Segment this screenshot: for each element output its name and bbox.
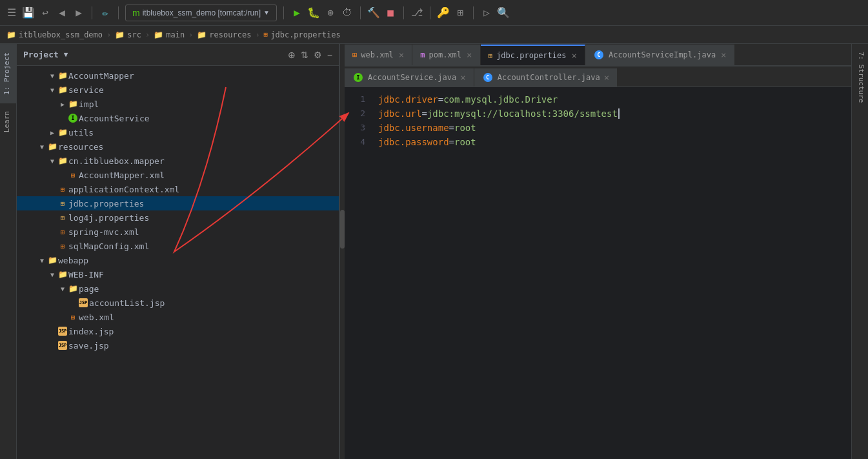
tab2-close-button[interactable]: ×	[604, 72, 609, 83]
tree-arrow: ▼	[37, 257, 46, 264]
separator	[118, 6, 119, 19]
tab-label: jdbc.properties	[496, 51, 566, 60]
java-class-tab-icon: C	[593, 50, 605, 59]
props-file-icon: ⊞	[57, 214, 68, 222]
tree-item-impl[interactable]: ▶ 📁 impl	[17, 97, 339, 111]
tab-jdbc-properties[interactable]: ⊞ jdbc.properties ×	[481, 45, 585, 65]
folder-icon: 📁	[57, 156, 68, 165]
tree-item-save-jsp[interactable]: JSP save.jsp	[17, 338, 339, 352]
folder-icon: 📁	[67, 99, 79, 108]
project-layout-button[interactable]: ⇅	[301, 50, 308, 60]
xml-file-icon: ⊞	[67, 171, 79, 179]
code-editor[interactable]: 1 2 3 4 jdbc.driver=com.mysql.jdbc.Drive…	[345, 87, 851, 459]
code-content[interactable]: jdbc.driver=com.mysql.jdbc.Driver jdbc.u…	[370, 87, 851, 459]
xml-file-icon: ⊞	[67, 313, 79, 321]
tree-arrow: ▼	[48, 158, 57, 165]
breadcrumb-src[interactable]: 📁 src	[115, 30, 141, 39]
tree-item-accountservice[interactable]: I AccountService	[17, 111, 339, 125]
sidebar-tab-project[interactable]: 1: Project	[0, 44, 16, 103]
project-settings-button[interactable]: ⚙	[314, 50, 322, 60]
tab-close-button[interactable]: ×	[572, 50, 577, 61]
profile-icon[interactable]: ⏱	[341, 6, 354, 19]
run-icon[interactable]: ▶	[290, 6, 303, 19]
folder-icon: 📁	[57, 270, 68, 279]
tab-close-button[interactable]: ×	[467, 50, 472, 60]
search-icon[interactable]: 🔍	[497, 6, 510, 19]
run-triangle-icon[interactable]: ▷	[480, 6, 493, 19]
breadcrumb: 📁 itbluebox_ssm_demo › 📁 src › 📁 main › …	[0, 26, 868, 44]
dropdown-icon: ▼	[263, 9, 270, 16]
key-icon[interactable]: 🔑	[437, 6, 450, 19]
tree-item-page[interactable]: ▼ 📁 page	[17, 281, 339, 296]
sidebar-tab-learn[interactable]: Learn	[0, 103, 16, 140]
tree-item-accountlist-jsp[interactable]: JSP accountList.jsp	[17, 296, 339, 310]
tab-pom-xml[interactable]: m pom.xml ×	[412, 45, 480, 65]
tree-item-web-xml[interactable]: ⊞ web.xml	[17, 310, 339, 324]
tree-item-resources[interactable]: ▼ 📁 resources	[17, 139, 339, 154]
project-hide-button[interactable]: −	[327, 50, 332, 60]
tab-web-xml[interactable]: ⊞ web.xml ×	[345, 45, 412, 65]
tree-item-label: resources	[58, 142, 103, 152]
xml-file-icon: ⊞	[57, 242, 68, 250]
java-class-tab2-icon: C	[482, 73, 494, 82]
code-line-2: jdbc.url=jdbc:mysql://localhost:3306/ssm…	[378, 107, 843, 121]
run-config-label: itbluebox_ssm_demo [tomcat:/run]	[143, 8, 261, 17]
jsp-file-icon: JSP	[77, 298, 89, 307]
scrollbar-thumb[interactable]	[340, 210, 345, 249]
tree-item-service[interactable]: ▼ 📁 service	[17, 83, 339, 97]
tab-accountserviceimpl[interactable]: C AccountServiceImpl.java ×	[585, 45, 735, 65]
tree-item-label: AccountService	[79, 114, 150, 123]
tree-item-label: cn.itbluebox.mapper	[68, 156, 165, 166]
breadcrumb-project[interactable]: 📁 itbluebox_ssm_demo	[6, 30, 103, 39]
vcs-icon[interactable]: ⎇	[410, 6, 423, 19]
tree-item-webapp[interactable]: ▼ 📁 webapp	[17, 253, 339, 267]
run-config-button[interactable]: m itbluebox_ssm_demo [tomcat:/run] ▼	[125, 5, 277, 21]
main-area: 1: Project Learn Project ▼ ⊕ ⇅ ⚙ − ▼ 📁 A…	[0, 44, 868, 459]
breadcrumb-main-label: main	[166, 30, 185, 39]
tree-item-webinf[interactable]: ▼ 📁 WEB-INF	[17, 267, 339, 281]
tree-item-index-jsp[interactable]: JSP index.jsp	[17, 324, 339, 338]
folder-icon: 📁	[46, 256, 58, 265]
tree-arrow: ▶	[48, 129, 57, 136]
tree-item-accountmapper-xml[interactable]: ⊞ AccountMapper.xml	[17, 168, 339, 182]
tab2-close-button[interactable]: ×	[460, 72, 465, 83]
tab-close-button[interactable]: ×	[399, 50, 404, 60]
nav-back-icon[interactable]: ◀	[56, 6, 68, 19]
tab2-accountcontroller[interactable]: C AccountController.java ×	[474, 68, 618, 87]
tab2-accountservice[interactable]: I AccountService.java ×	[345, 68, 474, 87]
main-toolbar: ☰ 💾 ↩ ◀ ▶ ✏ m itbluebox_ssm_demo [tomcat…	[0, 0, 868, 26]
build-icon[interactable]: 🔨	[367, 6, 380, 19]
tree-item-utils[interactable]: ▶ 📁 utils	[17, 125, 339, 139]
breadcrumb-main[interactable]: 📁 main	[154, 30, 185, 39]
nav-forward-icon[interactable]: ▶	[72, 6, 85, 19]
tab-close-button[interactable]: ×	[721, 50, 726, 60]
save-icon[interactable]: 💾	[22, 6, 35, 19]
tree-item-sqlmapconfig-xml[interactable]: ⊞ sqlMapConfig.xml	[17, 239, 339, 253]
project-add-button[interactable]: ⊕	[288, 50, 296, 60]
menu-icon[interactable]: ☰	[5, 6, 18, 19]
project-dropdown-icon[interactable]: ▼	[64, 50, 68, 59]
tree-item-mapper-pkg[interactable]: ▼ 📁 cn.itbluebox.mapper	[17, 154, 339, 168]
panel-scrollbar[interactable]	[339, 44, 345, 459]
tree-item-label: save.jsp	[68, 341, 109, 351]
folder-icon: 📁	[115, 30, 125, 39]
java-interface-icon: I	[67, 114, 79, 123]
tab-bar-row2: I AccountService.java × C AccountControl…	[345, 66, 851, 87]
annotate-icon[interactable]: ✏	[99, 6, 112, 19]
tree-item-appctx-xml[interactable]: ⊞ applicationContext.xml	[17, 182, 339, 196]
tree-item-label: applicationContext.xml	[68, 185, 179, 194]
undo-icon[interactable]: ↩	[39, 6, 52, 19]
breadcrumb-resources[interactable]: 📁 resources	[197, 30, 251, 39]
tree-item-accountmapper[interactable]: ▼ 📁 AccountMapper	[17, 68, 339, 83]
stop-icon[interactable]: ■	[384, 6, 397, 19]
debug-icon[interactable]: 🐛	[307, 6, 320, 19]
tree-item-springmvc-xml[interactable]: ⊞ spring-mvc.xml	[17, 225, 339, 239]
coverage-icon[interactable]: ⊛	[324, 6, 337, 19]
layout-icon[interactable]: ⊞	[454, 6, 467, 19]
m-tab-icon: m	[420, 50, 425, 59]
sidebar-tab-structure[interactable]: 7: Structure	[852, 44, 868, 110]
left-sidebar: 1: Project Learn	[0, 44, 17, 459]
breadcrumb-file[interactable]: ⊞ jdbc.properties	[264, 30, 341, 39]
tree-item-log4j-props[interactable]: ⊞ log4j.properties	[17, 210, 339, 225]
tree-item-jdbc-props[interactable]: ⊞ jdbc.properties	[17, 196, 339, 210]
